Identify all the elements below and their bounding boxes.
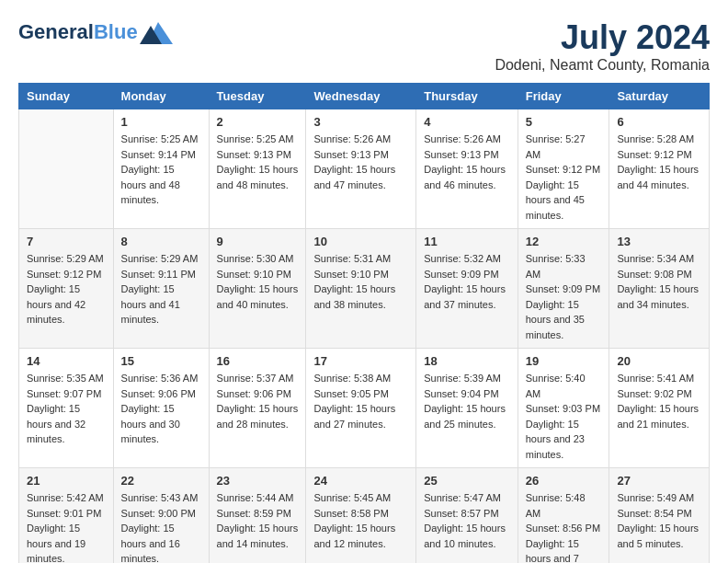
calendar-day-cell: 17Sunrise: 5:38 AMSunset: 9:05 PMDayligh… <box>306 349 416 468</box>
day-info: Sunrise: 5:26 AMSunset: 9:13 PMDaylight:… <box>424 132 509 192</box>
sunset-text: Sunset: 8:56 PM <box>526 521 602 536</box>
day-info: Sunrise: 5:32 AMSunset: 9:09 PMDaylight:… <box>424 251 509 312</box>
page-header: GeneralBlue July 2024 Dodeni, Neamt Coun… <box>18 18 710 74</box>
daylight-text: Daylight: 15 hours and 23 minutes. <box>526 417 602 463</box>
day-info: Sunrise: 5:27 AMSunset: 9:12 PMDaylight:… <box>526 132 602 223</box>
sunset-text: Sunset: 9:01 PM <box>27 506 106 522</box>
daylight-text: Daylight: 15 hours and 27 minutes. <box>313 401 408 431</box>
sunset-text: Sunset: 9:02 PM <box>617 386 701 402</box>
day-number: 20 <box>617 354 701 368</box>
day-info: Sunrise: 5:40 AMSunset: 9:03 PMDaylight:… <box>526 371 602 462</box>
calendar-day-cell: 26Sunrise: 5:48 AMSunset: 8:56 PMDayligh… <box>518 468 609 564</box>
daylight-text: Daylight: 15 hours and 19 minutes. <box>27 521 106 563</box>
daylight-text: Daylight: 15 hours and 37 minutes. <box>424 282 509 312</box>
day-number: 8 <box>121 235 201 248</box>
location-subtitle: Dodeni, Neamt County, Romania <box>495 57 710 74</box>
sunset-text: Sunset: 9:13 PM <box>424 147 509 163</box>
sunrise-text: Sunrise: 5:44 AM <box>217 490 299 506</box>
sunset-text: Sunset: 9:04 PM <box>424 386 509 402</box>
day-info: Sunrise: 5:35 AMSunset: 9:07 PMDaylight:… <box>27 371 106 447</box>
daylight-text: Daylight: 15 hours and 25 minutes. <box>424 401 509 431</box>
daylight-text: Daylight: 15 hours and 28 minutes. <box>217 401 299 431</box>
sunset-text: Sunset: 9:08 PM <box>617 267 701 282</box>
day-info: Sunrise: 5:34 AMSunset: 9:08 PMDaylight:… <box>617 251 701 312</box>
day-info: Sunrise: 5:49 AMSunset: 8:54 PMDaylight:… <box>617 490 701 551</box>
day-number: 10 <box>313 235 408 248</box>
sunset-text: Sunset: 9:13 PM <box>217 147 299 163</box>
sunrise-text: Sunrise: 5:47 AM <box>424 490 509 506</box>
sunset-text: Sunset: 8:57 PM <box>424 506 509 522</box>
daylight-text: Daylight: 15 hours and 44 minutes. <box>617 162 701 192</box>
daylight-text: Daylight: 15 hours and 34 minutes. <box>617 282 701 312</box>
calendar-day-cell: 6Sunrise: 5:28 AMSunset: 9:12 PMDaylight… <box>609 109 710 229</box>
title-area: July 2024 Dodeni, Neamt County, Romania <box>495 18 710 74</box>
daylight-text: Daylight: 15 hours and 16 minutes. <box>121 521 201 563</box>
sunrise-text: Sunrise: 5:33 AM <box>526 251 602 282</box>
calendar-day-cell: 5Sunrise: 5:27 AMSunset: 9:12 PMDaylight… <box>518 109 609 229</box>
calendar-day-cell: 16Sunrise: 5:37 AMSunset: 9:06 PMDayligh… <box>209 349 306 468</box>
day-info: Sunrise: 5:44 AMSunset: 8:59 PMDaylight:… <box>217 490 299 551</box>
sunrise-text: Sunrise: 5:28 AM <box>617 132 701 147</box>
day-number: 15 <box>121 354 201 368</box>
calendar-week-row: 7Sunrise: 5:29 AMSunset: 9:12 PMDaylight… <box>19 229 710 349</box>
daylight-text: Daylight: 15 hours and 48 minutes. <box>217 162 299 192</box>
calendar-day-cell <box>19 109 114 229</box>
daylight-text: Daylight: 15 hours and 48 minutes. <box>121 162 201 208</box>
column-header-sunday: Sunday <box>19 84 114 109</box>
day-info: Sunrise: 5:36 AMSunset: 9:06 PMDaylight:… <box>121 371 201 447</box>
sunrise-text: Sunrise: 5:41 AM <box>617 371 701 386</box>
column-header-tuesday: Tuesday <box>209 84 306 109</box>
daylight-text: Daylight: 15 hours and 5 minutes. <box>617 521 701 551</box>
calendar-day-cell: 12Sunrise: 5:33 AMSunset: 9:09 PMDayligh… <box>518 229 609 349</box>
calendar-day-cell: 20Sunrise: 5:41 AMSunset: 9:02 PMDayligh… <box>609 349 710 468</box>
sunset-text: Sunset: 9:14 PM <box>121 147 201 163</box>
daylight-text: Daylight: 15 hours and 41 minutes. <box>121 282 201 327</box>
logo-icon <box>140 18 173 46</box>
sunset-text: Sunset: 8:58 PM <box>313 506 408 522</box>
day-number: 12 <box>526 235 602 248</box>
day-number: 17 <box>313 354 408 368</box>
day-info: Sunrise: 5:29 AMSunset: 9:11 PMDaylight:… <box>121 251 201 327</box>
day-info: Sunrise: 5:45 AMSunset: 8:58 PMDaylight:… <box>313 490 408 551</box>
day-info: Sunrise: 5:39 AMSunset: 9:04 PMDaylight:… <box>424 371 509 431</box>
day-number: 1 <box>121 115 201 129</box>
column-header-saturday: Saturday <box>609 84 710 109</box>
daylight-text: Daylight: 15 hours and 32 minutes. <box>27 401 106 447</box>
sunrise-text: Sunrise: 5:32 AM <box>424 251 509 267</box>
sunset-text: Sunset: 8:54 PM <box>617 506 701 522</box>
sunset-text: Sunset: 9:10 PM <box>217 267 299 282</box>
day-number: 5 <box>526 115 602 129</box>
sunrise-text: Sunrise: 5:30 AM <box>217 251 299 267</box>
sunrise-text: Sunrise: 5:27 AM <box>526 132 602 162</box>
day-info: Sunrise: 5:31 AMSunset: 9:10 PMDaylight:… <box>313 251 408 312</box>
sunset-text: Sunset: 9:11 PM <box>121 267 201 282</box>
sunrise-text: Sunrise: 5:43 AM <box>121 490 201 506</box>
calendar-day-cell: 7Sunrise: 5:29 AMSunset: 9:12 PMDaylight… <box>19 229 114 349</box>
calendar-day-cell: 14Sunrise: 5:35 AMSunset: 9:07 PMDayligh… <box>19 349 114 468</box>
day-number: 4 <box>424 115 509 129</box>
day-number: 21 <box>27 474 106 488</box>
sunrise-text: Sunrise: 5:25 AM <box>217 132 299 147</box>
daylight-text: Daylight: 15 hours and 12 minutes. <box>313 521 408 551</box>
day-info: Sunrise: 5:42 AMSunset: 9:01 PMDaylight:… <box>27 490 106 563</box>
sunset-text: Sunset: 9:09 PM <box>526 282 602 297</box>
calendar-day-cell: 19Sunrise: 5:40 AMSunset: 9:03 PMDayligh… <box>518 349 609 468</box>
sunset-text: Sunset: 9:07 PM <box>27 386 106 402</box>
day-number: 22 <box>121 474 201 488</box>
calendar-day-cell: 3Sunrise: 5:26 AMSunset: 9:13 PMDaylight… <box>306 109 416 229</box>
daylight-text: Daylight: 15 hours and 45 minutes. <box>526 178 602 224</box>
calendar-day-cell: 1Sunrise: 5:25 AMSunset: 9:14 PMDaylight… <box>113 109 209 229</box>
column-header-monday: Monday <box>113 84 209 109</box>
calendar-day-cell: 4Sunrise: 5:26 AMSunset: 9:13 PMDaylight… <box>416 109 518 229</box>
sunset-text: Sunset: 9:10 PM <box>313 267 408 282</box>
calendar-day-cell: 18Sunrise: 5:39 AMSunset: 9:04 PMDayligh… <box>416 349 518 468</box>
day-info: Sunrise: 5:26 AMSunset: 9:13 PMDaylight:… <box>313 132 408 192</box>
logo: GeneralBlue <box>18 18 173 46</box>
sunrise-text: Sunrise: 5:29 AM <box>121 251 201 267</box>
sunrise-text: Sunrise: 5:29 AM <box>27 251 106 267</box>
day-info: Sunrise: 5:41 AMSunset: 9:02 PMDaylight:… <box>617 371 701 431</box>
sunrise-text: Sunrise: 5:26 AM <box>313 132 408 147</box>
day-number: 7 <box>27 235 106 248</box>
calendar-day-cell: 24Sunrise: 5:45 AMSunset: 8:58 PMDayligh… <box>306 468 416 564</box>
calendar-header-row: SundayMondayTuesdayWednesdayThursdayFrid… <box>19 84 710 109</box>
